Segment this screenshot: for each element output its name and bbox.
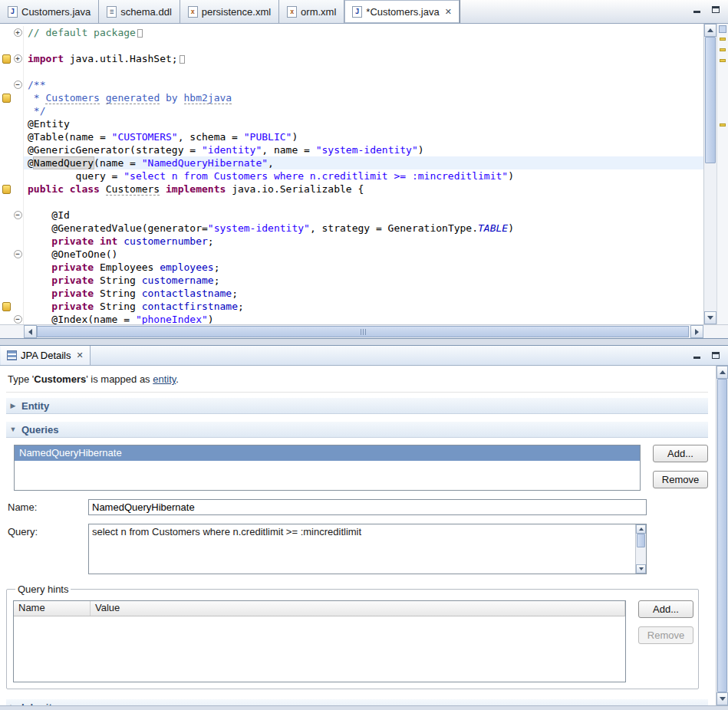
warning-icon[interactable] bbox=[2, 302, 11, 311]
fold-toggle-icon[interactable]: − bbox=[14, 211, 22, 219]
code-text: private int customernumber; bbox=[24, 235, 214, 248]
code-line[interactable]: public class Customers implements java.i… bbox=[0, 182, 703, 196]
query-scrollbar[interactable] bbox=[635, 524, 646, 574]
table-body[interactable] bbox=[14, 616, 625, 682]
section-queries[interactable]: ▼ Queries bbox=[6, 421, 708, 438]
warning-mark-icon[interactable] bbox=[720, 48, 726, 51]
fold-toggle-icon[interactable]: + bbox=[14, 54, 22, 63]
overview-header-icon[interactable] bbox=[719, 25, 726, 33]
tab-label: *Customers.java bbox=[366, 6, 439, 18]
maximize-icon[interactable] bbox=[708, 3, 723, 15]
code-line[interactable]: − @OneToOne() bbox=[0, 248, 703, 261]
jpa-vertical-scrollbar[interactable] bbox=[716, 366, 728, 705]
scroll-up-icon[interactable] bbox=[636, 524, 646, 534]
marker-gutter-cell bbox=[0, 196, 12, 209]
code-line[interactable]: private String customername; bbox=[0, 274, 703, 287]
mapping-text: . bbox=[176, 373, 179, 385]
type-name: Customers bbox=[34, 373, 86, 385]
named-query-list-item[interactable]: NamedQueryHibernate bbox=[15, 445, 640, 461]
code-line[interactable]: private String contactfirstname; bbox=[0, 300, 703, 313]
sash-divider[interactable] bbox=[0, 339, 728, 345]
code-editor[interactable]: +// default package+import java.util.Has… bbox=[0, 24, 703, 324]
warning-icon[interactable] bbox=[2, 185, 11, 194]
code-line[interactable]: query = "select n from Customers where n… bbox=[0, 169, 703, 182]
query-remove-button[interactable]: Remove bbox=[653, 471, 708, 488]
scroll-down-icon[interactable] bbox=[704, 311, 716, 324]
table-header: NameValue bbox=[14, 601, 625, 616]
tab-schema-ddl[interactable]: ≡schema.ddl bbox=[99, 0, 180, 23]
warning-icon[interactable] bbox=[2, 54, 11, 64]
code-line[interactable]: @GeneratedValue(generator="system-identi… bbox=[0, 222, 703, 235]
close-icon[interactable]: ✕ bbox=[445, 7, 452, 17]
scrollbar-track[interactable] bbox=[636, 534, 646, 564]
code-line[interactable]: private Employees employees; bbox=[0, 261, 703, 274]
code-line[interactable]: @Entity bbox=[0, 117, 703, 130]
column-header-value[interactable]: Value bbox=[91, 601, 625, 616]
section-entity[interactable]: ▶ Entity bbox=[6, 397, 708, 414]
scroll-left-icon[interactable] bbox=[24, 325, 37, 338]
section-title: Queries bbox=[21, 424, 58, 436]
scrollbar-track[interactable] bbox=[716, 379, 728, 692]
section-inheritance[interactable]: ▶ Inheritance bbox=[6, 698, 708, 705]
scroll-down-icon[interactable] bbox=[716, 692, 728, 705]
warning-icon[interactable] bbox=[2, 94, 11, 103]
code-line[interactable] bbox=[0, 65, 703, 78]
named-queries-list[interactable]: NamedQueryHibernate bbox=[14, 445, 641, 491]
code-line[interactable] bbox=[0, 196, 703, 209]
scrollbar-thumb[interactable] bbox=[637, 534, 645, 547]
maximize-icon[interactable] bbox=[708, 349, 723, 361]
code-line[interactable]: private int customernumber; bbox=[0, 235, 703, 248]
fold-toggle-icon[interactable]: − bbox=[14, 81, 22, 89]
query-text-value[interactable]: select n from Customers where n.creditli… bbox=[89, 524, 635, 574]
query-text-area[interactable]: select n from Customers where n.creditli… bbox=[88, 524, 647, 574]
warning-mark-icon[interactable] bbox=[720, 59, 726, 62]
minimize-icon[interactable] bbox=[690, 349, 704, 361]
fold-toggle-icon[interactable]: − bbox=[14, 315, 22, 324]
editor-vertical-scrollbar[interactable] bbox=[703, 24, 716, 324]
jpa-details-view: JPA Details ✕ Type 'Customers' is mapped… bbox=[0, 345, 728, 705]
scroll-up-icon[interactable] bbox=[716, 366, 728, 379]
code-line[interactable]: */ bbox=[0, 104, 703, 117]
scrollbar-track[interactable] bbox=[37, 325, 690, 338]
scrollbar-thumb[interactable] bbox=[37, 326, 689, 337]
hint-remove-button[interactable]: Remove bbox=[638, 626, 693, 644]
tab-label: Customers.java bbox=[21, 6, 91, 18]
warning-mark-icon[interactable] bbox=[720, 123, 726, 127]
code-line[interactable]: private String contactlastname; bbox=[0, 287, 703, 300]
overview-ruler[interactable] bbox=[716, 24, 728, 324]
query-add-button[interactable]: Add... bbox=[653, 445, 708, 462]
code-line[interactable]: − @Id bbox=[0, 209, 703, 222]
scroll-down-icon[interactable] bbox=[636, 564, 646, 574]
fold-toggle-icon[interactable]: − bbox=[14, 250, 22, 258]
code-line[interactable]: +import java.util.HashSet; bbox=[0, 52, 703, 65]
tab-customers-java[interactable]: JCustomers.java bbox=[0, 0, 99, 23]
code-line[interactable]: @Table(name = "CUSTOMERS", schema = "PUB… bbox=[0, 130, 703, 143]
tab-orm-xml[interactable]: xorm.xml bbox=[279, 0, 344, 23]
entity-link[interactable]: entity bbox=[153, 373, 176, 385]
scroll-up-icon[interactable] bbox=[704, 24, 716, 37]
code-line[interactable]: +// default package bbox=[0, 26, 703, 39]
java-file-icon: J bbox=[8, 6, 18, 18]
close-icon[interactable]: ✕ bbox=[77, 350, 84, 360]
fold-toggle-icon[interactable]: + bbox=[14, 28, 22, 37]
query-hints-table[interactable]: NameValue bbox=[13, 600, 626, 682]
minimize-icon[interactable] bbox=[690, 3, 704, 15]
tab-jpa-details[interactable]: JPA Details ✕ bbox=[1, 346, 91, 365]
scrollbar-track[interactable] bbox=[704, 37, 716, 311]
code-line[interactable] bbox=[0, 39, 703, 52]
code-line[interactable]: −/** bbox=[0, 78, 703, 91]
tab--customers-java[interactable]: J*Customers.java✕ bbox=[344, 0, 460, 23]
warning-mark-icon[interactable] bbox=[720, 38, 726, 41]
code-line[interactable]: @GenericGenerator(strategy = "identity",… bbox=[0, 143, 703, 156]
column-header-name[interactable]: Name bbox=[14, 601, 91, 616]
scrollbar-thumb[interactable] bbox=[705, 37, 716, 163]
code-line[interactable]: @NamedQuery(name = "NamedQueryHibernate"… bbox=[0, 156, 703, 169]
code-line[interactable]: * Customers generated by hbm2java bbox=[0, 91, 703, 104]
query-name-input[interactable] bbox=[88, 499, 647, 515]
code-line[interactable]: − @Index(name = "phoneIndex") bbox=[0, 313, 703, 324]
scroll-right-icon[interactable] bbox=[690, 325, 703, 338]
tab-persistence-xml[interactable]: xpersistence.xml bbox=[180, 0, 279, 23]
scrollbar-thumb[interactable] bbox=[717, 379, 727, 692]
editor-horizontal-scrollbar[interactable] bbox=[0, 324, 728, 338]
hint-add-button[interactable]: Add... bbox=[638, 600, 693, 618]
